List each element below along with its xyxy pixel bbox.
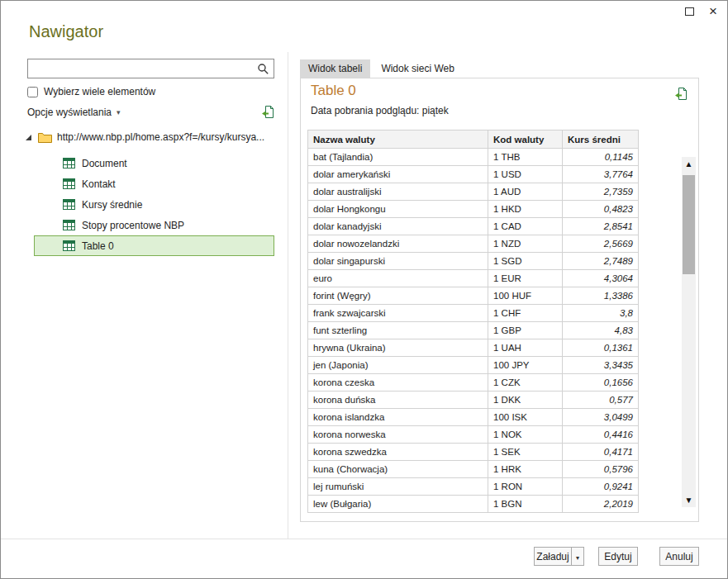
display-options-label: Opcje wyświetlania bbox=[27, 107, 112, 118]
currency-code-cell: 1 CZK bbox=[488, 374, 563, 392]
footer: Załaduj ▾ Edytuj Anuluj bbox=[1, 539, 727, 579]
search-icon[interactable] bbox=[252, 63, 274, 75]
refresh-preview-icon[interactable] bbox=[674, 87, 688, 101]
rate-cell: 3,8 bbox=[563, 305, 639, 322]
tree-item-kontakt[interactable]: Kontakt bbox=[34, 173, 274, 194]
currency-name-cell: korona czeska bbox=[308, 374, 488, 392]
currency-code-cell: 100 JPY bbox=[488, 357, 563, 374]
rate-cell: 2,5669 bbox=[563, 235, 639, 253]
column-header-nazwa-waluty: Nazwa waluty bbox=[308, 131, 488, 149]
tree-item-label: Kontakt bbox=[82, 178, 116, 190]
currency-code-cell: 100 ISK bbox=[488, 409, 563, 426]
select-multiple-row: Wybierz wiele elementów bbox=[27, 86, 155, 97]
select-multiple-label: Wybierz wiele elementów bbox=[44, 86, 155, 97]
preview-title: Table 0 bbox=[311, 83, 356, 99]
tree-item-document[interactable]: Document bbox=[34, 153, 274, 173]
currency-name-cell: dolar australijski bbox=[308, 183, 488, 201]
table-row: funt szterling1 GBP4,83 bbox=[308, 322, 639, 339]
rate-cell: 3,3435 bbox=[563, 357, 639, 374]
currency-name-cell: frank szwajcarski bbox=[308, 305, 488, 322]
preview-scrollbar[interactable]: ▲ ▼ bbox=[682, 157, 696, 507]
rate-cell: 2,2019 bbox=[563, 496, 639, 513]
table-row: dolar kanadyjski1 CAD2,8541 bbox=[308, 218, 639, 235]
currency-code-cell: 1 HRK bbox=[488, 461, 563, 478]
currency-code-cell: 1 NOK bbox=[488, 426, 563, 444]
rate-cell: 0,4171 bbox=[563, 444, 639, 461]
table-row: euro1 EUR4,3064 bbox=[308, 270, 639, 287]
table-row: hrywna (Ukraina)1 UAH0,1361 bbox=[308, 339, 639, 357]
table-row: korona islandzka100 ISK3,0499 bbox=[308, 409, 639, 426]
search-input[interactable] bbox=[28, 59, 252, 78]
currency-code-cell: 1 RON bbox=[488, 478, 563, 496]
table-row: korona czeska1 CZK0,1656 bbox=[308, 374, 639, 392]
preview-tabs: Widok tabeliWidok sieci Web bbox=[300, 59, 465, 78]
rate-cell: 0,1145 bbox=[563, 149, 639, 166]
panel-divider bbox=[288, 52, 288, 539]
rate-cell: 0,9241 bbox=[563, 478, 639, 496]
select-multiple-checkbox[interactable] bbox=[27, 87, 38, 97]
tree-item-table-0[interactable]: Table 0 bbox=[34, 235, 274, 256]
close-icon[interactable]: × bbox=[709, 6, 717, 17]
navigator-dialog: × Nawigator Wybierz wiele elementów Opcj… bbox=[0, 0, 728, 579]
scroll-down-icon[interactable]: ▼ bbox=[682, 493, 696, 507]
currency-name-cell: dolar nowozelandzki bbox=[308, 235, 488, 253]
load-button[interactable]: Załaduj bbox=[534, 547, 572, 566]
tab-table-view[interactable]: Widok tabeli bbox=[300, 59, 370, 78]
currency-code-cell: 1 AUD bbox=[488, 183, 563, 201]
rate-cell: 0,5796 bbox=[563, 461, 639, 478]
table-icon bbox=[63, 158, 75, 168]
tree-item-label: Stopy procentowe NBP bbox=[82, 220, 184, 231]
table-row: korona norweska1 NOK0,4416 bbox=[308, 426, 639, 444]
rate-cell: 0,1361 bbox=[563, 339, 639, 357]
currency-name-cell: funt szterling bbox=[308, 322, 488, 339]
currency-name-cell: dolar Hongkongu bbox=[308, 201, 488, 218]
folder-icon bbox=[38, 132, 52, 143]
table-row: korona duńska1 DKK0,577 bbox=[308, 392, 639, 409]
currency-code-cell: 100 HUF bbox=[488, 287, 563, 305]
tree-root-node[interactable]: http://www.nbp.pl/home.aspx?f=/kursy/kur… bbox=[26, 131, 280, 143]
column-header-kurs-redni: Kurs średni bbox=[563, 131, 639, 149]
rate-cell: 0,4416 bbox=[563, 426, 639, 444]
tree-items: DocumentKontaktKursy średnieStopy procen… bbox=[34, 153, 274, 256]
display-options-dropdown[interactable]: Opcje wyświetlania ▾ bbox=[27, 107, 121, 118]
currency-name-cell: dolar singapurski bbox=[308, 253, 488, 270]
rate-cell: 2,7359 bbox=[563, 183, 639, 201]
rate-cell: 0,577 bbox=[563, 392, 639, 409]
currency-code-cell: 1 THB bbox=[488, 149, 563, 166]
currency-code-cell: 1 EUR bbox=[488, 270, 563, 287]
table-row: lew (Bułgaria)1 BGN2,2019 bbox=[308, 496, 639, 513]
load-dropdown-button[interactable]: ▾ bbox=[571, 547, 584, 566]
table-row: lej rumuński1 RON0,9241 bbox=[308, 478, 639, 496]
currency-name-cell: hrywna (Ukraina) bbox=[308, 339, 488, 357]
currency-name-cell: dolar amerykański bbox=[308, 166, 488, 183]
currency-name-cell: forint (Węgry) bbox=[308, 287, 488, 305]
currency-name-cell: korona szwedzka bbox=[308, 444, 488, 461]
currency-code-cell: 1 BGN bbox=[488, 496, 563, 513]
chevron-down-icon: ▾ bbox=[576, 554, 579, 562]
table-row: dolar Hongkongu1 HKD0,4823 bbox=[308, 201, 639, 218]
scroll-up-icon[interactable]: ▲ bbox=[682, 157, 696, 171]
tree-item-kursy-rednie[interactable]: Kursy średnie bbox=[34, 194, 274, 215]
currency-name-cell: korona norweska bbox=[308, 426, 488, 444]
rate-cell: 0,4823 bbox=[563, 201, 639, 218]
refresh-preview-icon[interactable] bbox=[261, 105, 275, 119]
currency-name-cell: korona duńska bbox=[308, 392, 488, 409]
table-row: frank szwajcarski1 CHF3,8 bbox=[308, 305, 639, 322]
currency-name-cell: dolar kanadyjski bbox=[308, 218, 488, 235]
currency-name-cell: kuna (Chorwacja) bbox=[308, 461, 488, 478]
maximize-icon[interactable] bbox=[685, 7, 694, 16]
tree-root-label: http://www.nbp.pl/home.aspx?f=/kursy/kur… bbox=[57, 131, 264, 143]
edit-button[interactable]: Edytuj bbox=[598, 547, 638, 566]
scrollbar-thumb[interactable] bbox=[683, 175, 695, 274]
currency-name-cell: bat (Tajlandia) bbox=[308, 149, 488, 166]
currency-name-cell: korona islandzka bbox=[308, 409, 488, 426]
currency-code-cell: 1 UAH bbox=[488, 339, 563, 357]
rate-cell: 3,7764 bbox=[563, 166, 639, 183]
tab-web-view[interactable]: Widok sieci Web bbox=[373, 59, 462, 78]
rate-cell: 2,8541 bbox=[563, 218, 639, 235]
cancel-button[interactable]: Anuluj bbox=[659, 547, 699, 566]
tree-item-stopy-procentowe-nbp[interactable]: Stopy procentowe NBP bbox=[34, 215, 274, 235]
expand-collapse-icon[interactable] bbox=[26, 135, 31, 140]
table-icon bbox=[63, 240, 75, 251]
table-icon bbox=[63, 178, 75, 189]
